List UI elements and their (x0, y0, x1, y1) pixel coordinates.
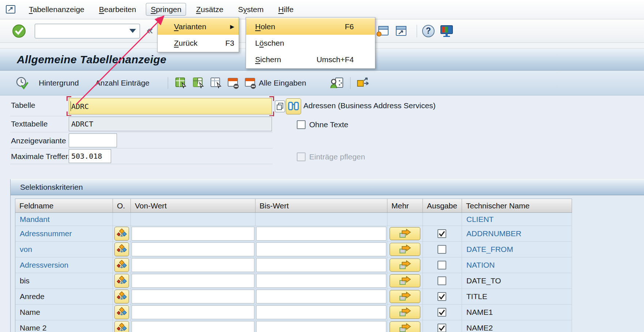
multiple-selection-icon[interactable] (390, 290, 420, 303)
option-cell-anrede (113, 289, 131, 305)
option-cell-name-2 (113, 320, 131, 332)
multiple-selection-icon[interactable] (390, 259, 420, 272)
help-icon[interactable]: ? (421, 24, 435, 38)
bis-value-von (255, 242, 387, 257)
von-value-input[interactable] (132, 258, 254, 272)
menu-hilfe[interactable]: Hilfe (273, 3, 298, 16)
bis-value-input[interactable] (256, 305, 386, 319)
multiple-selection-icon[interactable] (390, 274, 420, 287)
bis-value-input[interactable] (256, 258, 386, 272)
menu-item-holen[interactable]: HolenF6 (246, 18, 375, 35)
menu-zusätze[interactable]: Zusätze (191, 3, 228, 16)
bis-value-bis (255, 273, 387, 289)
max-hits-input[interactable]: 503.018 (69, 149, 111, 163)
select-all-button[interactable] (175, 77, 187, 89)
form-divider (10, 132, 273, 132)
column-header-bis-wert: Bis-Wert (255, 199, 387, 213)
customize-layout-icon[interactable] (440, 24, 454, 38)
bis-value-input[interactable] (256, 242, 386, 256)
command-field[interactable] (35, 24, 140, 38)
chevron-down-icon[interactable] (129, 29, 136, 33)
multiple-selection-icon[interactable] (390, 306, 420, 319)
more-cell-anrede (387, 289, 423, 305)
enter-check-icon[interactable] (12, 24, 26, 38)
entry-count-button[interactable]: Anzahl Einträge (95, 79, 149, 87)
menu-bearbeiten[interactable]: Bearbeiten (94, 3, 141, 16)
select-block-button[interactable] (192, 77, 205, 89)
deselect-all-button[interactable] (210, 77, 222, 89)
menu-system[interactable]: System (233, 3, 268, 16)
bis-value-input[interactable] (256, 290, 386, 303)
menu-springen[interactable]: Springen (146, 3, 186, 16)
selection-options-icon[interactable] (114, 258, 129, 272)
bis-value-input[interactable] (256, 274, 386, 288)
von-value-input[interactable] (132, 242, 254, 256)
export-button[interactable] (356, 77, 371, 89)
focus-corner (67, 96, 71, 101)
selection-options-icon[interactable] (114, 274, 129, 288)
field-label-name-2: Name 2 (15, 320, 113, 332)
output-checkbox-name2[interactable] (437, 324, 446, 332)
field-label-bis: bis (15, 273, 113, 289)
collapse-toolbar-button[interactable]: « (147, 24, 153, 38)
without-texts-checkbox[interactable] (297, 120, 306, 129)
possible-entries-icon[interactable] (275, 101, 285, 112)
create-shortcut-icon[interactable] (394, 24, 408, 38)
output-checkbox-addrnumber[interactable] (437, 229, 446, 238)
von-value-input[interactable] (132, 274, 254, 288)
selection-options-icon[interactable] (114, 290, 129, 303)
table-field-label: Tabelle (11, 101, 35, 110)
technical-name-name2: NAME2 (462, 320, 572, 332)
selection-options-icon[interactable] (114, 321, 129, 332)
menu-tabellenanzeige[interactable]: Tabellenanzeige (24, 3, 89, 16)
display-variant-input[interactable] (69, 133, 117, 147)
maintain-entries-checkbox[interactable] (297, 152, 306, 161)
new-session-icon[interactable] (376, 24, 390, 38)
menu-item-zurück[interactable]: ZurückF3 (158, 35, 239, 51)
bis-value-input[interactable] (256, 321, 386, 332)
system-menu-icon[interactable] (5, 4, 17, 15)
more-cell-bis (387, 273, 423, 289)
table-name-input[interactable]: ADRC (69, 98, 272, 114)
max-hits-value: 503.018 (71, 152, 102, 161)
technical-name-date-from: DATE_FROM (462, 242, 572, 257)
selection-options-icon[interactable] (114, 242, 129, 256)
more-cell-adressversion (387, 257, 423, 273)
column-header-mehr: Mehr (387, 199, 423, 213)
background-button[interactable]: Hintergrund (39, 79, 79, 87)
delete-selection-button[interactable] (227, 77, 239, 89)
output-cell-anrede (423, 289, 462, 305)
output-checkbox-nation[interactable] (437, 261, 446, 269)
multiple-selection-icon[interactable] (390, 227, 420, 240)
clear-all-inputs-button[interactable]: Alle Eingaben (244, 77, 306, 89)
von-value-input[interactable] (132, 227, 254, 241)
selection-options-icon[interactable] (114, 227, 129, 241)
selection-options-icon[interactable] (114, 305, 129, 319)
execute-button[interactable] (15, 76, 29, 90)
output-checkbox-name1[interactable] (437, 308, 446, 317)
output-checkbox-date-to[interactable] (437, 276, 446, 285)
field-label-name: Name (15, 305, 113, 320)
menu-item-löschen[interactable]: Löschen (246, 35, 375, 51)
more-cell-name-2 (387, 320, 423, 332)
text-table-input[interactable]: ADRCT (69, 117, 272, 131)
selection-criteria-title: Selektionskriterien (20, 183, 83, 192)
von-value-input[interactable] (132, 290, 254, 303)
multiple-selection-icon[interactable] (390, 321, 420, 332)
search-binoculars-icon[interactable] (286, 98, 301, 114)
shortcut-label: F3 (225, 39, 234, 48)
bis-value-adressnummer (255, 226, 387, 242)
von-value-input[interactable] (132, 321, 254, 332)
menu-item-varianten[interactable]: Varianten▶ (158, 18, 239, 35)
bis-value-input[interactable] (256, 227, 386, 241)
submenu-arrow-icon: ▶ (230, 23, 234, 30)
field-label-von: von (15, 242, 113, 257)
user-settings-button[interactable] (330, 77, 344, 89)
output-cell-adressversion (423, 257, 462, 273)
multiple-selection-icon[interactable] (390, 243, 420, 256)
menu-item-sichern[interactable]: SichernUmsch+F4 (246, 51, 375, 68)
delete-selection-icon (244, 77, 257, 89)
output-checkbox-title[interactable] (437, 292, 446, 301)
von-value-input[interactable] (132, 305, 254, 319)
output-checkbox-date-from[interactable] (437, 245, 446, 254)
